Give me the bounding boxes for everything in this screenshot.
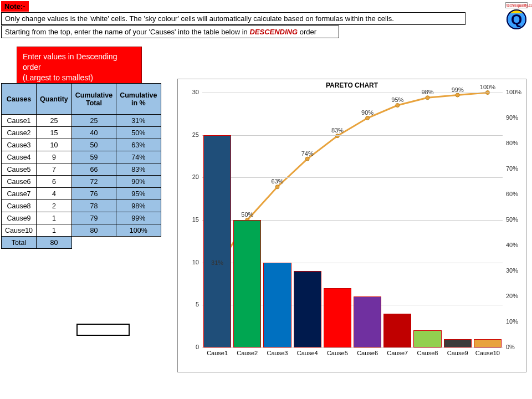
cell-cause[interactable]: Cause9 [2, 212, 37, 224]
y-right-tick: 60% [506, 191, 526, 197]
cell-cpct: 74% [116, 151, 161, 163]
cell-total-value: 80 [37, 237, 72, 249]
cell-cpct: 100% [116, 224, 161, 237]
table-row-total: Total80 [2, 237, 161, 249]
th-quantity: Quantity [37, 84, 72, 115]
y-left-tick: 15 [182, 216, 199, 223]
cell-cause[interactable]: Cause4 [2, 151, 37, 163]
chart-bar [354, 296, 381, 347]
cell-qty[interactable]: 7 [37, 163, 72, 176]
chart-line-marker [456, 93, 459, 97]
chart-line-marker [426, 96, 429, 100]
logo-top-text: techiequality.com [505, 2, 528, 8]
cell-qty[interactable]: 15 [37, 127, 72, 139]
chart-line-marker [305, 157, 309, 161]
cell-ctot: 79 [71, 212, 116, 224]
logo-q-icon: Q [507, 9, 526, 29]
chart-pct-label: 83% [331, 127, 344, 134]
cell-ctot: 50 [71, 139, 116, 151]
table-row: Cause827898% [2, 200, 161, 212]
chart-bar [233, 220, 261, 347]
cell-qty[interactable]: 10 [37, 139, 72, 151]
x-category: Cause10 [473, 350, 503, 356]
cell-qty[interactable]: 2 [37, 200, 72, 212]
y-right-tick: 50% [506, 216, 526, 223]
cell-cpct: 95% [116, 188, 161, 200]
chart-bar [383, 314, 411, 347]
th-cum-total: Cumulative Total [71, 84, 116, 115]
cell-cause[interactable]: Cause1 [2, 115, 37, 127]
cell-ctot: 78 [71, 200, 116, 212]
chart-bar [324, 288, 351, 347]
y-left-tick: 25 [182, 131, 199, 138]
pareto-chart: PARETO CHART 0510152025300%10%20%30%40%5… [177, 79, 526, 372]
logo: techiequality.com Q [505, 2, 528, 30]
cell-cause[interactable]: Cause3 [2, 139, 37, 151]
cell-qty[interactable]: 6 [37, 176, 72, 188]
chart-pct-label: 98% [421, 89, 433, 96]
table-row: Cause2154050% [2, 127, 161, 139]
cell-cpct: 31% [116, 115, 161, 127]
cell-ctot: 80 [71, 224, 116, 237]
grid-line [202, 177, 503, 178]
table-row: Cause747695% [2, 188, 161, 200]
x-category: Cause6 [352, 350, 382, 356]
cell-cause[interactable]: Cause10 [2, 224, 37, 237]
cell-cpct: 63% [116, 139, 161, 151]
chart-bar [203, 135, 231, 347]
cell-qty[interactable]: 25 [37, 115, 72, 127]
y-left-tick: 10 [182, 259, 199, 265]
callout-line2: (Largest to smallest) [23, 73, 136, 83]
chart-pct-label: 31% [211, 260, 223, 267]
chart-line-marker [275, 185, 279, 189]
y-left-tick: 5 [182, 301, 199, 308]
chart-pct-label: 95% [391, 96, 403, 103]
table-row: Cause3105063% [2, 139, 161, 151]
x-category: Cause1 [202, 350, 232, 356]
chart-bar [444, 339, 472, 347]
instruction-2: Starting from the top, enter the name of… [1, 25, 339, 38]
instruction-1: Only change values is the 'white' cells.… [1, 12, 466, 25]
table-row: Cause10180100% [2, 224, 161, 237]
callout-line1: Enter values in Descending order [23, 52, 136, 73]
cell-cpct: 98% [116, 200, 161, 212]
chart-pct-label: 100% [480, 84, 495, 90]
chart-title: PARETO CHART [178, 81, 526, 89]
y-right-tick: 10% [506, 318, 526, 325]
cell-cause[interactable]: Cause8 [2, 200, 37, 212]
y-right-tick: 20% [506, 293, 526, 299]
cell-ctot: 40 [71, 127, 116, 139]
th-cum-pct: Cumulative in % [116, 84, 161, 115]
cell-cause[interactable]: Cause2 [2, 127, 37, 139]
chart-line-marker [396, 104, 400, 108]
chart-pct-label: 63% [271, 178, 283, 185]
table-row: Cause917999% [2, 212, 161, 224]
cell-ctot: 25 [71, 115, 116, 127]
y-right-tick: 90% [506, 114, 526, 121]
cell-ctot: 59 [71, 151, 116, 163]
cell-cpct: 90% [116, 176, 161, 188]
x-category: Cause7 [382, 350, 412, 356]
cell-ctot: 76 [71, 188, 116, 200]
cell-qty[interactable]: 4 [37, 188, 72, 200]
y-right-tick: 70% [506, 165, 526, 172]
grid-line [202, 135, 503, 136]
cell-qty[interactable]: 1 [37, 212, 72, 224]
table-row: Cause576683% [2, 163, 161, 176]
chart-bar [413, 330, 441, 347]
cell-cause[interactable]: Cause6 [2, 176, 37, 188]
text-box[interactable] [76, 324, 130, 336]
cell-total-label: Total [2, 237, 37, 249]
cell-qty[interactable]: 1 [37, 224, 72, 237]
chart-pct-label: 90% [361, 109, 374, 116]
y-right-tick: 80% [506, 140, 526, 146]
callout-descending: Enter values in Descending order (Larges… [17, 47, 142, 88]
cell-cause[interactable]: Cause7 [2, 188, 37, 200]
cell-qty[interactable]: 9 [37, 151, 72, 163]
cell-cause[interactable]: Cause5 [2, 163, 37, 176]
x-category: Cause8 [412, 350, 442, 356]
table-row: Cause667290% [2, 176, 161, 188]
table-row: Cause495974% [2, 151, 161, 163]
chart-bar [474, 339, 502, 347]
x-category: Cause9 [443, 350, 473, 356]
